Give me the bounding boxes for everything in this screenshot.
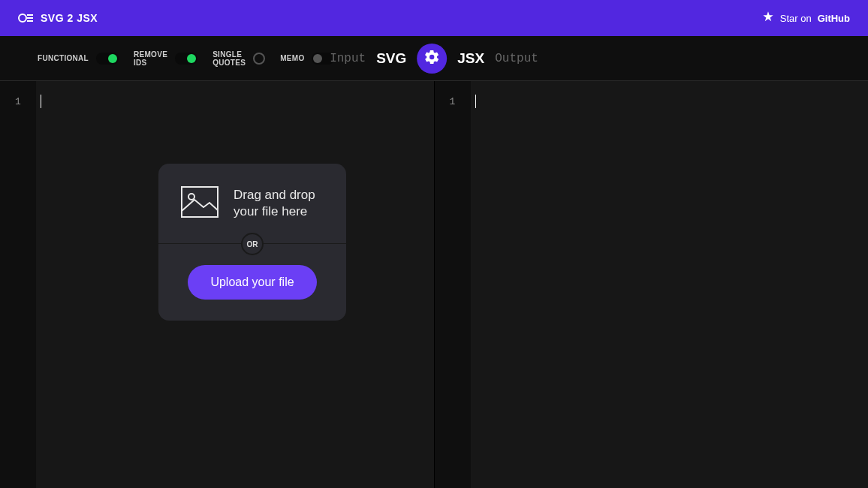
main-split: 1 Drag and drop your file here OR	[0, 81, 868, 488]
svg-point-0	[19, 14, 26, 22]
star-on-text: Star on	[780, 13, 812, 24]
star-icon	[762, 11, 774, 26]
gear-icon	[423, 49, 440, 68]
options-toolbar: FUNCTIONAL REMOVE IDS SINGLE QUOTES MEMO…	[0, 36, 868, 81]
output-pane: 1	[434, 81, 869, 488]
toggle-single-quotes[interactable]	[253, 53, 265, 65]
toggle-single-quotes-group: SINGLE QUOTES	[212, 50, 265, 67]
line-number: 1	[435, 96, 471, 107]
upload-button[interactable]: Upload your file	[188, 265, 316, 300]
output-title: JSX	[457, 50, 484, 67]
input-pane: 1 Drag and drop your file here OR	[0, 81, 434, 488]
toggle-remove-ids[interactable]	[175, 53, 197, 65]
image-icon	[181, 186, 219, 221]
github-text: GitHub	[818, 13, 850, 24]
cursor-icon	[41, 95, 41, 108]
settings-button[interactable]	[417, 44, 447, 74]
output-hint: Output	[495, 52, 538, 65]
output-gutter: 1	[435, 81, 471, 488]
toggle-memo-label: MEMO	[280, 54, 304, 62]
cursor-icon	[475, 95, 476, 108]
toggle-memo-group: MEMO	[280, 53, 334, 65]
line-number: 1	[0, 96, 36, 107]
drop-card: Drag and drop your file here OR Upload y…	[158, 164, 346, 321]
drop-zone[interactable]: Drag and drop your file here	[158, 164, 346, 244]
toggle-remove-ids-label: REMOVE IDS	[134, 50, 167, 67]
input-hint: Input	[330, 52, 366, 65]
toggle-functional[interactable]	[96, 53, 119, 65]
output-editor[interactable]	[471, 81, 869, 488]
or-badge: OR	[241, 233, 264, 255]
input-title: SVG	[376, 50, 406, 67]
logo-text: SVG 2 JSX	[41, 12, 98, 24]
app-header: SVG 2 JSX Star on GitHub	[0, 0, 868, 36]
input-gutter: 1	[0, 81, 36, 488]
input-editor[interactable]: Drag and drop your file here OR Upload y…	[36, 81, 434, 488]
center-labels: Input SVG JSX Output	[330, 44, 538, 74]
github-star-link[interactable]: Star on GitHub	[762, 11, 850, 26]
svg-point-5	[188, 194, 194, 200]
toggle-single-quotes-label: SINGLE QUOTES	[212, 50, 246, 67]
drop-message: Drag and drop your file here	[234, 187, 327, 220]
drop-bottom: Upload your file	[158, 244, 346, 321]
header-left: SVG 2 JSX	[18, 12, 98, 24]
svg-rect-4	[182, 187, 218, 217]
toggle-functional-group: FUNCTIONAL	[38, 53, 119, 65]
logo-icon	[18, 13, 33, 23]
toggle-functional-label: FUNCTIONAL	[38, 54, 89, 62]
toggle-remove-ids-group: REMOVE IDS	[134, 50, 197, 67]
